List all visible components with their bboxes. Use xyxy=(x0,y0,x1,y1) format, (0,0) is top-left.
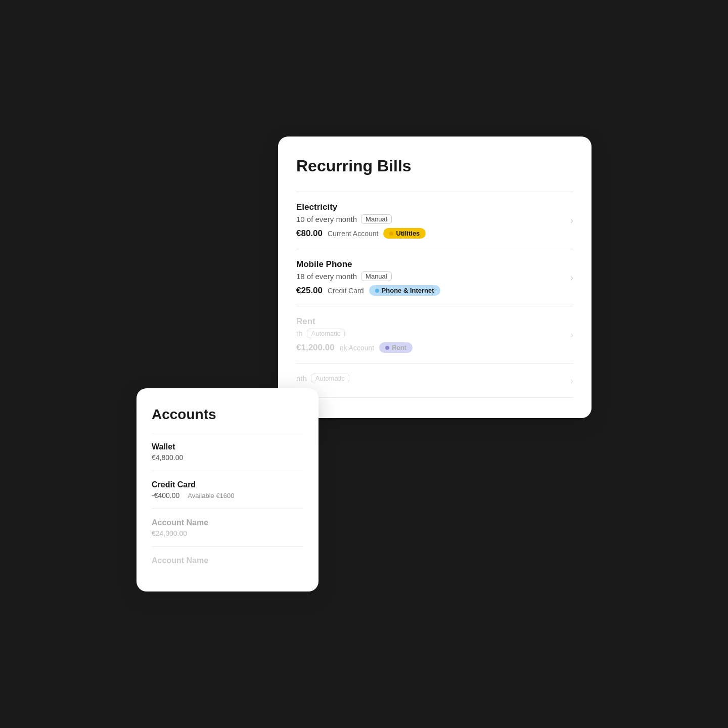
accounts-title: Accounts xyxy=(152,406,303,423)
category-dot-electricity xyxy=(389,232,393,236)
bill-name-rent: Rent xyxy=(296,316,573,327)
bill-item-mobile-phone[interactable]: Mobile Phone 18 of every month Manual €2… xyxy=(296,249,573,306)
account-balance-credit-card: -€400.00 xyxy=(152,491,179,499)
bill-schedule-subscription: nth xyxy=(296,374,307,383)
account-name-1: Account Name xyxy=(152,518,303,527)
account-name-wallet: Wallet xyxy=(152,442,303,451)
account-available-credit-card: Available €1600 xyxy=(188,492,234,499)
bill-item-subscription[interactable]: nth Automatic › xyxy=(296,363,573,398)
account-name-credit-card: Credit Card xyxy=(152,480,303,489)
bill-type-mobile-phone: Manual xyxy=(361,271,392,281)
bill-category-rent: Rent xyxy=(379,342,413,353)
bill-account-electricity: Current Account xyxy=(328,230,378,238)
bill-name-mobile-phone: Mobile Phone xyxy=(296,259,573,269)
bill-amount-rent: €1,200.00 xyxy=(296,343,335,353)
account-balance-name-1: €24,000.00 xyxy=(152,529,303,537)
bill-item-electricity[interactable]: Electricity 10 of every month Manual €80… xyxy=(296,192,573,249)
bill-account-rent: nk Account xyxy=(340,344,375,352)
bill-schedule-electricity: 10 of every month xyxy=(296,215,357,223)
bill-type-rent: Automatic xyxy=(307,329,345,338)
recurring-bills-card: Recurring Bills Electricity 10 of every … xyxy=(278,136,592,418)
chevron-rent: › xyxy=(570,330,573,340)
bill-name-electricity: Electricity xyxy=(296,202,573,212)
recurring-bills-title: Recurring Bills xyxy=(296,157,573,175)
account-item-name-1[interactable]: Account Name €24,000.00 xyxy=(152,509,303,547)
chevron-mobile-phone: › xyxy=(570,272,573,283)
bill-account-mobile-phone: Credit Card xyxy=(328,287,364,295)
bill-type-subscription: Automatic xyxy=(311,374,349,383)
account-item-name-2[interactable]: Account Name xyxy=(152,547,303,576)
account-balance-wallet: €4,800.00 xyxy=(152,453,303,462)
category-dot-mobile-phone xyxy=(375,289,379,293)
bill-category-electricity: Utilities xyxy=(383,228,426,239)
account-item-credit-card[interactable]: Credit Card -€400.00 Available €1600 xyxy=(152,471,303,509)
category-dot-rent xyxy=(385,346,389,350)
accounts-card: Accounts Wallet €4,800.00 Credit Card -€… xyxy=(136,388,318,592)
bill-amount-electricity: €80.00 xyxy=(296,229,323,239)
bill-amount-mobile-phone: €25.00 xyxy=(296,286,323,296)
chevron-subscription: › xyxy=(570,375,573,386)
account-item-wallet[interactable]: Wallet €4,800.00 xyxy=(152,433,303,471)
bill-schedule-mobile-phone: 18 of every month xyxy=(296,272,357,281)
bill-item-rent[interactable]: Rent th Automatic €1,200.00 nk Account R… xyxy=(296,306,573,363)
chevron-electricity: › xyxy=(570,215,573,226)
bill-type-electricity: Manual xyxy=(361,214,392,224)
account-name-2: Account Name xyxy=(152,556,303,565)
bill-schedule-rent: th xyxy=(296,329,303,338)
bill-category-mobile-phone: Phone & Internet xyxy=(369,285,440,296)
